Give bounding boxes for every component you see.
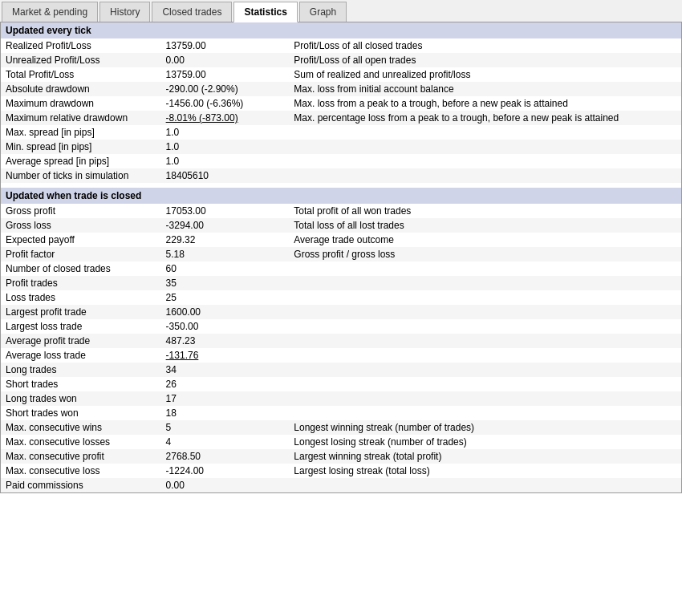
table-row: Long trades won17 bbox=[1, 391, 681, 406]
row-description bbox=[289, 305, 681, 319]
row-label: Paid commissions bbox=[1, 478, 161, 492]
row-value: 1600.00 bbox=[161, 305, 290, 319]
table-row: Max. consecutive loss-1224.00Largest los… bbox=[1, 464, 681, 478]
table-row: Largest loss trade-350.00 bbox=[1, 319, 681, 334]
table-row: Gross loss-3294.00Total loss of all lost… bbox=[1, 218, 681, 233]
row-value: 229.32 bbox=[161, 233, 290, 247]
row-value: 17 bbox=[161, 391, 290, 406]
row-description: Max. loss from a peak to a trough, befor… bbox=[289, 96, 681, 111]
row-value: -131.76 bbox=[161, 348, 290, 363]
row-description bbox=[289, 348, 681, 363]
row-value: -350.00 bbox=[161, 319, 290, 334]
row-value: 487.23 bbox=[161, 334, 290, 348]
row-description bbox=[289, 406, 681, 420]
row-value: -1224.00 bbox=[161, 464, 290, 478]
row-value: 5.18 bbox=[161, 247, 290, 261]
row-value: -3294.00 bbox=[161, 218, 290, 233]
table-row: Max. consecutive losses4Longest losing s… bbox=[1, 435, 681, 449]
row-label: Min. spread [in pips] bbox=[1, 140, 161, 154]
row-description: Profit/Loss of all closed trades bbox=[289, 38, 681, 53]
row-description bbox=[289, 319, 681, 334]
row-label: Largest loss trade bbox=[1, 319, 161, 334]
table-row: Max. consecutive wins5Longest winning st… bbox=[1, 420, 681, 435]
row-description bbox=[289, 391, 681, 406]
row-description bbox=[289, 140, 681, 154]
table-row: Unrealized Profit/Loss0.00Profit/Loss of… bbox=[1, 53, 681, 67]
row-description bbox=[289, 290, 681, 305]
tab-market[interactable]: Market & pending bbox=[2, 2, 98, 22]
tab-statistics[interactable]: Statistics bbox=[233, 2, 297, 22]
table-row: Profit factor5.18Gross profit / gross lo… bbox=[1, 247, 681, 261]
table-row: Paid commissions0.00 bbox=[1, 478, 681, 492]
tabs-container: Market & pending History Closed trades S… bbox=[0, 0, 682, 493]
table-row: Long trades34 bbox=[1, 363, 681, 377]
tab-closed[interactable]: Closed trades bbox=[152, 2, 232, 22]
row-value: -1456.00 (-6.36%) bbox=[161, 96, 290, 111]
row-value: -8.01% (-873.00) bbox=[161, 111, 290, 125]
row-description: Sum of realized and unrealized profit/lo… bbox=[289, 67, 681, 82]
row-value: 17053.00 bbox=[161, 204, 290, 218]
row-label: Total Profit/Loss bbox=[1, 67, 161, 82]
row-description bbox=[289, 125, 681, 140]
row-label: Loss trades bbox=[1, 290, 161, 305]
row-value: 1.0 bbox=[161, 154, 290, 168]
row-value: 2768.50 bbox=[161, 449, 290, 464]
section-header: Updated when trade is closed bbox=[1, 188, 681, 204]
row-description: Gross profit / gross loss bbox=[289, 247, 681, 261]
statistics-table: Updated every tickRealized Profit/Loss13… bbox=[1, 22, 681, 492]
row-label: Short trades bbox=[1, 377, 161, 391]
table-row: Realized Profit/Loss13759.00Profit/Loss … bbox=[1, 38, 681, 53]
row-label: Short trades won bbox=[1, 406, 161, 420]
row-value: 4 bbox=[161, 435, 290, 449]
row-value: 1.0 bbox=[161, 125, 290, 140]
table-row: Average profit trade487.23 bbox=[1, 334, 681, 348]
table-row: Largest profit trade1600.00 bbox=[1, 305, 681, 319]
row-description: Average trade outcome bbox=[289, 233, 681, 247]
row-label: Profit trades bbox=[1, 276, 161, 290]
statistics-content: Updated every tickRealized Profit/Loss13… bbox=[0, 22, 682, 493]
row-label: Average loss trade bbox=[1, 348, 161, 363]
row-value: 60 bbox=[161, 261, 290, 276]
table-row: Min. spread [in pips]1.0 bbox=[1, 140, 681, 154]
table-row: Absolute drawdown-290.00 (-2.90%)Max. lo… bbox=[1, 82, 681, 96]
row-description bbox=[289, 154, 681, 168]
row-label: Max. consecutive loss bbox=[1, 464, 161, 478]
row-label: Profit factor bbox=[1, 247, 161, 261]
row-value: 13759.00 bbox=[161, 38, 290, 53]
row-label: Gross loss bbox=[1, 218, 161, 233]
row-value: 35 bbox=[161, 276, 290, 290]
row-value: 25 bbox=[161, 290, 290, 305]
table-row: Max. consecutive profit2768.50Largest wi… bbox=[1, 449, 681, 464]
row-value: 34 bbox=[161, 363, 290, 377]
row-description: Largest losing streak (total loss) bbox=[289, 464, 681, 478]
row-description: Total loss of all lost trades bbox=[289, 218, 681, 233]
row-label: Max. spread [in pips] bbox=[1, 125, 161, 140]
row-description: Total profit of all won trades bbox=[289, 204, 681, 218]
table-row: Short trades26 bbox=[1, 377, 681, 391]
row-value: 18405610 bbox=[161, 168, 290, 183]
row-description: Longest losing streak (number of trades) bbox=[289, 435, 681, 449]
row-value: 18 bbox=[161, 406, 290, 420]
tab-graph[interactable]: Graph bbox=[299, 2, 347, 22]
row-value: -290.00 (-2.90%) bbox=[161, 82, 290, 96]
table-row: Max. spread [in pips]1.0 bbox=[1, 125, 681, 140]
table-row: Number of ticks in simulation18405610 bbox=[1, 168, 681, 183]
table-row: Loss trades25 bbox=[1, 290, 681, 305]
table-row: Total Profit/Loss13759.00Sum of realized… bbox=[1, 67, 681, 82]
row-description bbox=[289, 377, 681, 391]
row-description: Max. percentage loss from a peak to a tr… bbox=[289, 111, 681, 125]
row-description: Largest winning streak (total profit) bbox=[289, 449, 681, 464]
row-label: Average profit trade bbox=[1, 334, 161, 348]
tab-history[interactable]: History bbox=[99, 2, 150, 22]
row-value: 5 bbox=[161, 420, 290, 435]
row-value: 26 bbox=[161, 377, 290, 391]
row-label: Long trades won bbox=[1, 391, 161, 406]
row-label: Average spread [in pips] bbox=[1, 154, 161, 168]
row-label: Max. consecutive wins bbox=[1, 420, 161, 435]
row-label: Absolute drawdown bbox=[1, 82, 161, 96]
row-description: Longest winning streak (number of trades… bbox=[289, 420, 681, 435]
row-description bbox=[289, 334, 681, 348]
row-label: Maximum relative drawdown bbox=[1, 111, 161, 125]
row-label: Number of closed trades bbox=[1, 261, 161, 276]
row-label: Realized Profit/Loss bbox=[1, 38, 161, 53]
